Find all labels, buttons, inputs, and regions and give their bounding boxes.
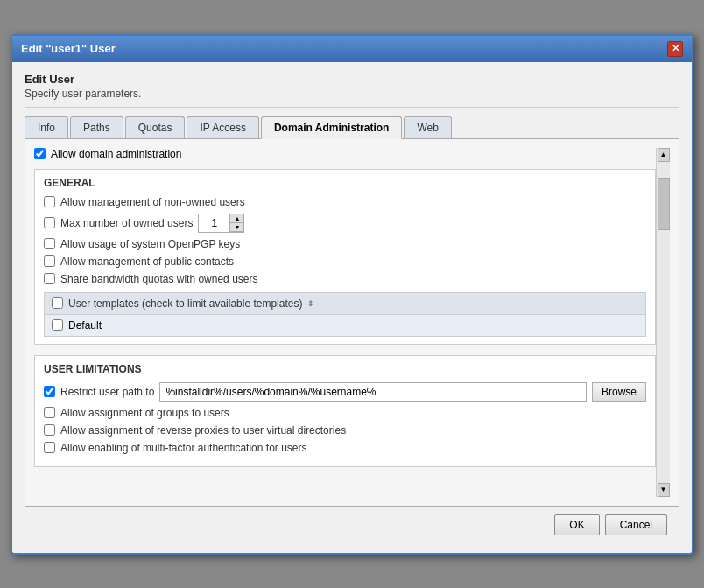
general-item-0: Allow management of non-owned users xyxy=(44,196,646,208)
general-section: GENERAL Allow management of non-owned us… xyxy=(34,169,656,345)
dialog-section-subtitle: Specify user parameters. xyxy=(25,88,679,100)
template-default-checkbox[interactable] xyxy=(52,319,63,331)
templates-box: User templates (check to limit available… xyxy=(44,292,646,337)
templates-limit-checkbox[interactable] xyxy=(52,298,63,309)
general-item-2: Allow usage of system OpenPGP keys xyxy=(44,238,646,250)
max-owned-users-input[interactable] xyxy=(199,215,229,231)
tab-paths[interactable]: Paths xyxy=(70,116,123,138)
limitation-item-0: Allow assignment of groups to users xyxy=(44,407,646,419)
user-limitations-title: USER LIMITATIONS xyxy=(44,363,646,375)
share-bandwidth-checkbox[interactable] xyxy=(44,273,55,284)
tab-content-area: Allow domain administration GENERAL Allo… xyxy=(25,139,679,507)
max-owned-users-label: Max number of owned users xyxy=(60,217,193,229)
tab-web[interactable]: Web xyxy=(404,116,451,138)
templates-header-label: User templates (check to limit available… xyxy=(68,298,302,310)
allow-public-contacts-checkbox[interactable] xyxy=(44,256,55,267)
template-default-row: Default xyxy=(45,315,645,336)
general-item-3: Allow management of public contacts xyxy=(44,256,646,268)
allow-mfa-checkbox[interactable] xyxy=(44,442,55,453)
allow-management-nonowned-label: Allow management of non-owned users xyxy=(60,196,245,208)
limitation-item-1: Allow assignment of reverse proxies to u… xyxy=(44,424,646,437)
tabs-container: Info Paths Quotas IP Access Domain Admin… xyxy=(25,116,679,139)
scrollbar-up-arrow[interactable]: ▲ xyxy=(658,148,670,162)
dialog-title: Edit "user1" User xyxy=(21,42,116,55)
templates-header-row: User templates (check to limit available… xyxy=(45,293,645,315)
allow-reverse-proxies-checkbox[interactable] xyxy=(44,424,55,436)
max-owned-users-checkbox[interactable] xyxy=(44,217,55,228)
dialog-footer: OK Cancel xyxy=(25,507,679,542)
tab-ip-access[interactable]: IP Access xyxy=(187,116,258,138)
tab-domain-administration[interactable]: Domain Administration xyxy=(261,116,403,139)
sort-icon: ⇕ xyxy=(307,299,314,308)
allow-domain-admin-label: Allow domain administration xyxy=(51,148,181,160)
allow-groups-checkbox[interactable] xyxy=(44,407,55,418)
cancel-button[interactable]: Cancel xyxy=(605,514,667,536)
restrict-path-label: Restrict user path to xyxy=(60,386,154,398)
browse-button[interactable]: Browse xyxy=(592,382,646,402)
allow-management-nonowned-checkbox[interactable] xyxy=(44,196,55,207)
user-limitations-section: USER LIMITATIONS Restrict user path to B… xyxy=(34,355,656,467)
dialog-titlebar: Edit "user1" User ✕ xyxy=(12,36,692,62)
scrollbar-down-arrow[interactable]: ▼ xyxy=(658,483,670,497)
allow-public-contacts-label: Allow management of public contacts xyxy=(60,256,234,268)
spinbox-down-button[interactable]: ▼ xyxy=(229,223,243,232)
dialog-header: Edit User Specify user parameters. xyxy=(25,73,679,108)
dialog-body: Edit User Specify user parameters. Info … xyxy=(12,62,692,553)
general-section-title: GENERAL xyxy=(44,177,646,189)
allow-groups-label: Allow assignment of groups to users xyxy=(60,407,229,419)
template-default-label: Default xyxy=(68,319,102,332)
restrict-path-input[interactable] xyxy=(159,382,587,402)
restrict-path-checkbox[interactable] xyxy=(44,386,55,397)
domain-admin-tab-content: Allow domain administration GENERAL Allo… xyxy=(34,148,656,497)
close-button[interactable]: ✕ xyxy=(667,41,683,57)
allow-domain-row: Allow domain administration xyxy=(34,148,656,160)
restrict-path-row: Restrict user path to Browse xyxy=(44,382,646,402)
allow-openpgp-checkbox[interactable] xyxy=(44,238,55,249)
scrollbar-thumb[interactable] xyxy=(658,178,670,230)
limitation-item-2: Allow enabling of multi-factor authentic… xyxy=(44,442,646,454)
share-bandwidth-label: Share bandwidth quotas with owned users xyxy=(60,273,257,285)
edit-user-dialog: Edit "user1" User ✕ Edit User Specify us… xyxy=(11,34,693,555)
allow-domain-admin-checkbox[interactable] xyxy=(34,148,46,159)
general-item-1: Max number of owned users ▲ ▼ xyxy=(44,214,646,233)
dialog-section-title: Edit User xyxy=(25,73,679,86)
spinbox-buttons: ▲ ▼ xyxy=(229,214,243,232)
tab-info[interactable]: Info xyxy=(25,116,68,138)
tab-quotas[interactable]: Quotas xyxy=(125,116,186,138)
general-item-4: Share bandwidth quotas with owned users xyxy=(44,273,646,285)
ok-button[interactable]: OK xyxy=(554,514,599,536)
allow-openpgp-label: Allow usage of system OpenPGP keys xyxy=(60,238,240,250)
spinbox-up-button[interactable]: ▲ xyxy=(229,214,243,223)
max-owned-users-spinbox[interactable]: ▲ ▼ xyxy=(198,214,244,233)
allow-reverse-proxies-label: Allow assignment of reverse proxies to u… xyxy=(60,424,346,437)
allow-mfa-label: Allow enabling of multi-factor authentic… xyxy=(60,442,306,454)
scrollbar[interactable]: ▲ ▼ xyxy=(656,148,670,497)
